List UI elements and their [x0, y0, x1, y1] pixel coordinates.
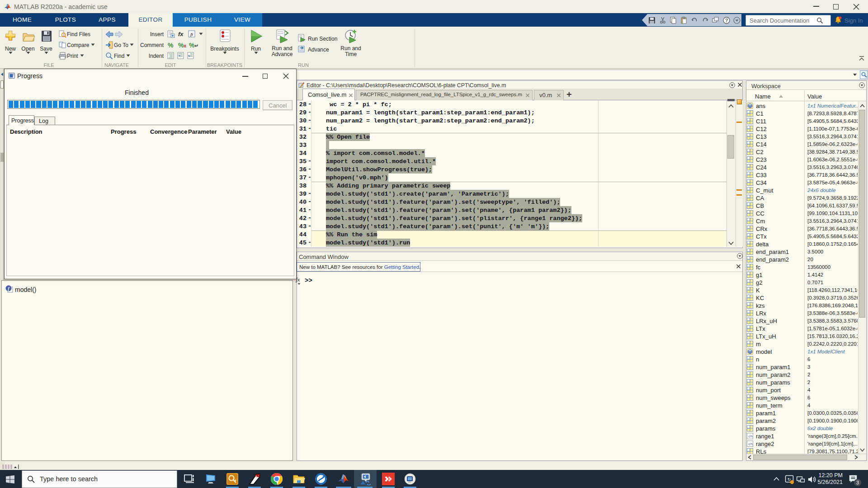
svg-text:c: c: [749, 434, 750, 438]
svg-text:c: c: [749, 442, 750, 446]
svg-text:?: ?: [725, 18, 728, 23]
svg-text:h: h: [750, 434, 752, 438]
svg-text:↻: ↻: [788, 477, 791, 482]
svg-text:fi: fi: [190, 32, 193, 37]
svg-text:h: h: [750, 442, 752, 446]
svg-text:LT: LT: [255, 474, 259, 478]
